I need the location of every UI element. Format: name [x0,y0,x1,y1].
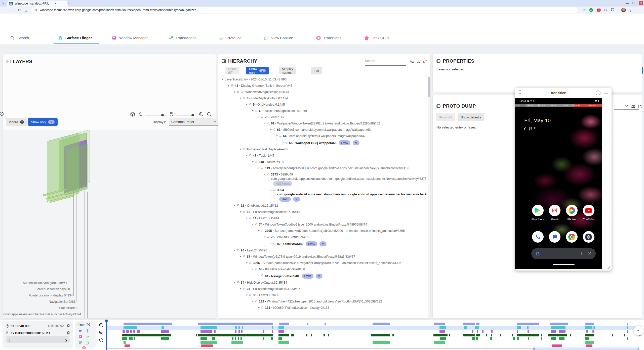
tab-transactions[interactable]: Transactions [168,32,196,44]
trace-segment[interactable] [477,330,478,333]
transitions-trace-icon[interactable] [82,346,86,350]
pin-icon[interactable] [267,121,271,125]
trace-segment[interactable] [472,337,475,340]
tree-row[interactable]: ▼38 - Leaf:33:33#38 [218,292,426,298]
layers-show-only-button[interactable]: Show only V [28,118,58,126]
trace-segment[interactable] [627,337,628,340]
trace-segment[interactable] [627,326,628,329]
trace-segment[interactable] [130,330,132,333]
flat-button[interactable]: Flat [311,67,322,74]
trace-segment[interactable] [517,326,521,329]
trace-segment[interactable] [559,337,565,340]
trace-segment[interactable] [124,323,172,325]
trace-segment[interactable] [550,323,568,325]
pin-icon[interactable] [243,255,247,258]
drag-handle-icon[interactable] [518,90,521,96]
trace-segment[interactable] [137,330,140,333]
trace-segment[interactable] [551,337,556,340]
spacing-slider-handle[interactable] [191,114,194,116]
tree-row[interactable]: ▼26 - Leaf:24:25#26 [218,247,426,254]
trace-segment[interactable] [124,326,137,329]
trace-segment[interactable] [585,341,594,344]
trace-segment[interactable] [198,334,273,336]
trace-segment[interactable] [238,326,240,329]
timeline-row-protolog[interactable] [107,337,641,340]
trace-segment[interactable] [593,326,595,329]
human-time-row[interactable]: 11:03:48.890 UTC+00:00 [6,323,70,329]
expand-toggle-icon[interactable]: ▼ [233,281,237,285]
regex-button[interactable]: (.*) [423,60,427,63]
trace-segment[interactable] [548,334,567,336]
tree-row[interactable]: ▼62 - WallpaperWindowToken{28892d1 token… [218,120,426,127]
window-manager-trace-icon[interactable] [78,335,83,339]
trace-segment[interactable] [373,341,390,344]
trace-segment[interactable] [235,330,236,333]
pin-icon[interactable] [267,235,271,239]
scrollbar-thumb[interactable] [428,77,430,97]
view-capture-trace-icon[interactable] [86,341,90,345]
expand-toggle-icon[interactable]: ▼ [263,235,267,239]
expand-toggle-icon[interactable]: ▼ [251,299,255,304]
scrollbar-down-arrow[interactable]: ▼ [428,315,430,317]
forward-icon[interactable]: → [11,8,15,12]
trace-segment[interactable] [434,341,446,344]
trace-segment[interactable] [476,323,479,325]
zoom-in-icon[interactable] [198,112,204,117]
trace-segment[interactable] [463,323,475,325]
trace-segment[interactable] [513,337,515,340]
trace-segment[interactable] [476,337,478,340]
match-word-button[interactable]: ab [417,60,420,63]
trace-segment[interactable] [235,326,237,329]
expand-toggle-icon[interactable]: ▼ [257,115,261,119]
tree-row[interactable]: ▼64 - com.android.systemui.wallpapers.Im… [218,133,426,139]
trace-segment[interactable] [627,323,628,325]
ignore-button[interactable]: Ignore [6,118,27,126]
extension-check-icon[interactable] [589,8,593,12]
expand-toggle-icon[interactable]: ▼ [263,172,267,177]
regex-button[interactable]: (.*) [638,104,642,108]
expand-toggle-icon[interactable]: ▼ [245,261,249,265]
hierarchy-show-only-button[interactable]: Show only V [246,67,269,74]
screen-recording-trace-icon[interactable] [78,329,83,333]
pin-icon[interactable] [255,223,259,226]
extension-scissors-icon[interactable]: ✂ [604,8,607,13]
pin-icon[interactable] [231,84,235,88]
trace-segment[interactable] [527,326,528,329]
pin-icon[interactable] [273,241,277,245]
trace-segment[interactable] [433,334,447,336]
match-word-button[interactable]: ab [631,104,635,108]
tree-row[interactable]: ▼133 - e20e69f PointerLocation - display… [218,305,426,311]
timestamp-time[interactable]: 11:03:48.890 [11,324,46,328]
expand-toggle-icon[interactable]: ▼ [239,96,243,101]
match-case-button[interactable]: Aa [625,104,628,108]
tree-row[interactable]: ●65 - Wallpaper BBQ wrapper#65HWCV [218,139,426,146]
trace-segment[interactable] [272,330,273,333]
hierarchy-scrollbar[interactable]: ▼ [428,76,430,318]
expand-toggle-icon[interactable]: ▼ [251,223,255,227]
expand-toggle-icon[interactable]: ▼ [239,147,243,152]
timeline-row-transactions[interactable] [107,334,641,336]
trace-segment[interactable] [212,337,216,340]
trace-segment[interactable] [278,341,289,344]
trace-segment[interactable] [551,330,556,333]
layer-label[interactable]: ScreenDecorOverlayBottom#61 [3,281,67,285]
trace-segment[interactable] [476,334,480,336]
trace-segment[interactable] [464,326,467,329]
profile-avatar[interactable] [621,8,626,12]
pin-icon[interactable] [273,188,277,192]
collapse-panel-icon[interactable] [436,104,441,108]
bookmark-star-icon[interactable]: ☆ [583,8,586,12]
trace-segment[interactable] [491,330,493,333]
tree-row[interactable]: ▼75 - ed70f88 StatusBar#75 [218,234,426,240]
rotation-slider-handle[interactable] [161,114,164,116]
trace-segment[interactable] [214,330,216,333]
expand-toggle-icon[interactable]: ▼ [239,287,243,291]
trace-segment[interactable] [552,344,562,347]
extension-playback-icon[interactable] [596,8,601,12]
trace-segment[interactable] [271,337,272,340]
tree-row[interactable]: ▼63 - 8fb0ec5 com.android.systemui.wallp… [218,127,426,133]
window-minimize-button[interactable]: — [626,2,629,5]
expand-collapse-fab[interactable] [633,326,643,335]
expand-toggle-icon[interactable]: ▼ [257,229,261,233]
tree-row[interactable]: ●3394 - com.google.android.apps.nexuslau… [218,187,426,203]
